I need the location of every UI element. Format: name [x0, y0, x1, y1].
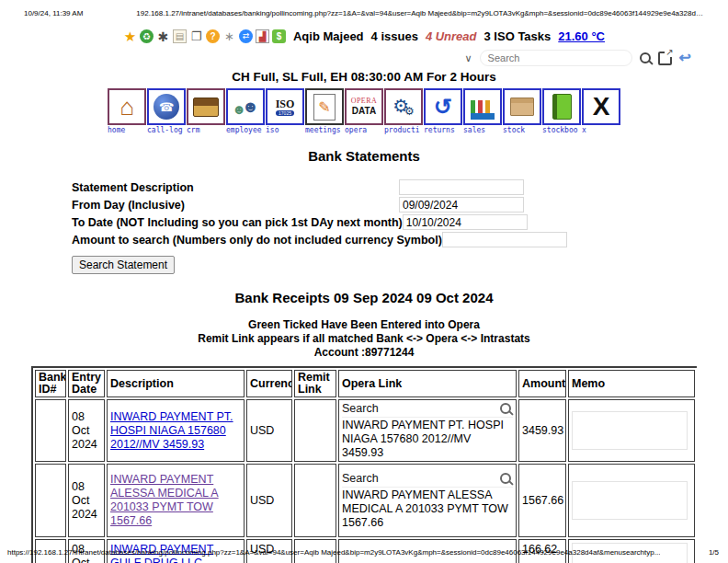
- issues-count[interactable]: 4 issues: [371, 29, 418, 43]
- description-link[interactable]: INWARD PAYMENT ALESSA MEDICAL A 201033 P…: [110, 473, 219, 527]
- recycle-icon[interactable]: [140, 29, 154, 43]
- sparkle-icon[interactable]: [222, 29, 236, 43]
- app-item-label[interactable]: returns: [424, 126, 462, 134]
- app-item-label[interactable]: stockboo: [542, 126, 581, 134]
- form-row: To Date (NOT Including so you can pick 1…: [72, 213, 524, 231]
- receipts-tbody: 08 Oct 2024 INWARD PAYMENT PT. HOSPI NIA…: [35, 399, 695, 563]
- app-item-producti[interactable]: producti: [384, 88, 423, 134]
- app-item-sales[interactable]: sales: [463, 88, 502, 134]
- app-icon-box[interactable]: [582, 88, 620, 125]
- app-item-label[interactable]: stock: [503, 126, 541, 134]
- app-item-label[interactable]: sales: [463, 126, 502, 134]
- column-header: Amount: [518, 370, 566, 397]
- app-item-label[interactable]: crm: [187, 126, 225, 134]
- column-header: Opera Link: [338, 370, 517, 397]
- iso-tasks-count[interactable]: 3 ISO Tasks: [484, 29, 552, 43]
- asterisk-icon[interactable]: [156, 29, 170, 43]
- app-item-opera[interactable]: opera: [345, 88, 383, 134]
- chat-icon[interactable]: [239, 29, 253, 43]
- description-link[interactable]: INWARD PAYMENT PT. HOSPI NIAGA 157680 20…: [110, 410, 233, 451]
- reply-icon[interactable]: ↩: [679, 51, 691, 65]
- opera-search-input[interactable]: Search: [342, 471, 513, 488]
- app-icon-box[interactable]: [542, 88, 581, 125]
- memo-cell: [568, 464, 695, 537]
- app-item-label[interactable]: home: [108, 126, 146, 134]
- form-input-3[interactable]: [442, 232, 567, 247]
- app-item-label[interactable]: iso: [266, 126, 304, 134]
- app-icon-box[interactable]: [345, 88, 383, 125]
- page-number: 1/5: [709, 548, 719, 557]
- phone-icon: [154, 94, 179, 120]
- app-item-iso[interactable]: iso: [266, 88, 304, 134]
- app-item-crm[interactable]: crm: [187, 88, 225, 134]
- currency-cell: USD: [246, 464, 292, 537]
- people-icon: [232, 98, 259, 117]
- app-menu: homecall-logcrmemployeeisomeetingsoperap…: [0, 88, 728, 134]
- app-icon-box[interactable]: [187, 88, 225, 125]
- search-input[interactable]: [480, 50, 632, 66]
- help-icon[interactable]: [206, 29, 220, 43]
- note-green-ticked: Green Ticked Have Been Entered into Oper…: [0, 318, 728, 332]
- column-header: Currency: [246, 370, 292, 397]
- app-icon-box[interactable]: [424, 88, 462, 125]
- notes-icon[interactable]: [173, 29, 187, 43]
- shop-icon[interactable]: [272, 29, 286, 43]
- form-input-2[interactable]: [403, 214, 528, 230]
- print-footer: https://192.168.1.27/intranet/databases/…: [0, 548, 728, 557]
- app-item-stockboo[interactable]: stockboo: [542, 88, 581, 134]
- app-item-label[interactable]: meetings: [305, 126, 344, 134]
- field-label: Statement Description: [72, 181, 399, 194]
- receipts-table-container: Bank ID#Entry DateDescriptionCurrencyRem…: [31, 366, 697, 563]
- app-icon-box[interactable]: [147, 88, 186, 125]
- memo-input[interactable]: [572, 411, 688, 450]
- app-icon-box[interactable]: [503, 88, 541, 125]
- mini-chart-icon[interactable]: [256, 29, 269, 43]
- form-input-0[interactable]: [399, 179, 524, 195]
- app-icon-box[interactable]: [108, 88, 146, 125]
- app-icon-box[interactable]: [463, 88, 502, 125]
- memo-input[interactable]: [572, 481, 688, 520]
- copy-icon[interactable]: [189, 29, 203, 43]
- app-icon-box[interactable]: [305, 88, 344, 125]
- app-item-returns[interactable]: returns: [424, 88, 462, 134]
- app-item-label[interactable]: employee: [226, 126, 265, 134]
- form-row: From Day (Inclusive): [72, 196, 524, 213]
- app-icon-box[interactable]: [384, 88, 423, 125]
- statement-form: Statement DescriptionFrom Day (Inclusive…: [72, 178, 524, 248]
- search-statement-button[interactable]: Search Statement: [72, 256, 175, 274]
- opera-link-cell: Search INWARD PAYMENT ALESSA MEDICAL A 2…: [338, 464, 517, 537]
- form-input-1[interactable]: [399, 197, 524, 213]
- bank-id-cell: [35, 399, 66, 462]
- currency-cell: USD: [246, 399, 292, 462]
- app-item-label[interactable]: opera: [345, 126, 383, 134]
- app-item-label[interactable]: producti: [384, 126, 423, 134]
- remit-link-cell: [294, 399, 336, 462]
- search-icon[interactable]: [500, 403, 511, 414]
- temperature-link[interactable]: 21.60 °C: [558, 29, 605, 43]
- chest-icon: [193, 98, 219, 117]
- search-icon[interactable]: [640, 52, 651, 63]
- account-number: Account :89771244: [0, 346, 728, 360]
- chevron-down-icon[interactable]: ∨: [465, 52, 472, 64]
- app-item-stock[interactable]: stock: [503, 88, 541, 134]
- opera-matched-text: INWARD PAYMENT ALESSA MEDICAL A 201033 P…: [342, 488, 513, 530]
- star-icon[interactable]: [123, 29, 137, 43]
- app-item-home[interactable]: home: [108, 88, 146, 134]
- print-preview-page: 10/9/24, 11:39 AM 192.168.1.27/intranet/…: [0, 0, 728, 563]
- opera-search-input[interactable]: Search: [342, 401, 513, 418]
- description-cell: INWARD PAYMENT ALESSA MEDICAL A 201033 P…: [107, 464, 245, 537]
- external-link-icon[interactable]: [658, 52, 672, 65]
- app-item-label[interactable]: call-log: [147, 126, 186, 134]
- unread-count[interactable]: 4 Unread: [426, 29, 477, 43]
- print-header: 10/9/24, 11:39 AM 192.168.1.27/intranet/…: [0, 0, 728, 17]
- app-item-call-log[interactable]: call-log: [147, 88, 186, 134]
- app-item-employee[interactable]: employee: [226, 88, 265, 134]
- search-icon[interactable]: [500, 473, 511, 484]
- column-header: Bank ID#: [35, 370, 66, 397]
- refresh-icon: [434, 96, 452, 118]
- app-item-meetings[interactable]: meetings: [305, 88, 344, 134]
- app-icon-box[interactable]: [266, 88, 304, 125]
- app-item-x[interactable]: x: [582, 88, 620, 134]
- app-icon-box[interactable]: [226, 88, 265, 125]
- app-item-label[interactable]: x: [582, 126, 620, 134]
